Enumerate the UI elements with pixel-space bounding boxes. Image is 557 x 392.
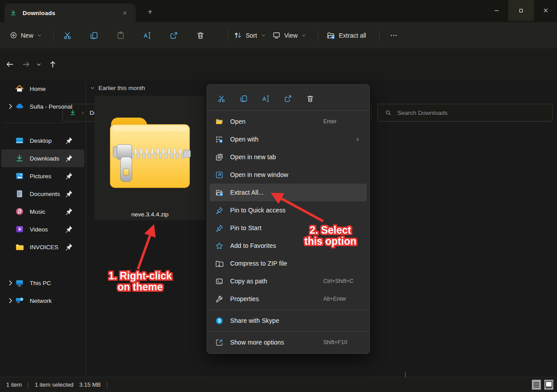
extract-label: Extract all (339, 32, 366, 39)
context-menu-item[interactable]: Open in new window (210, 166, 367, 184)
extract-all-button[interactable]: Extract all (326, 22, 366, 48)
context-menu-item[interactable]: Extract All... (210, 184, 367, 201)
sidebar-item[interactable]: Videos (1, 220, 84, 238)
shortcut-hint: Enter (323, 118, 337, 125)
context-menu-item[interactable]: Open Enter (210, 113, 367, 130)
sidebar-item-icon (15, 172, 24, 180)
context-menu-item[interactable]: Pin to Start (210, 219, 367, 237)
view-button[interactable]: View (272, 22, 306, 48)
quick-action-button[interactable] (235, 91, 251, 106)
see-more-button[interactable] (384, 26, 403, 45)
sidebar-divider (4, 123, 81, 123)
sidebar-item[interactable]: Desktop (1, 132, 84, 149)
quick-action-icon (217, 94, 226, 103)
new-label: New (21, 32, 33, 39)
item-count: 1 item (6, 381, 22, 388)
sidebar-item[interactable]: Sufia - Personal (1, 98, 84, 115)
share-button[interactable] (165, 26, 183, 45)
sidebar-item-icon (15, 207, 24, 216)
context-menu-item[interactable]: Share with Skype (210, 312, 367, 329)
sort-label: Sort (246, 32, 257, 39)
back-button[interactable] (5, 60, 14, 69)
pin-icon (64, 225, 73, 234)
expand-chevron-icon[interactable] (6, 296, 15, 305)
rename-icon (143, 31, 152, 40)
scrollbar[interactable] (405, 372, 406, 377)
group-header[interactable]: Earlier this month (90, 85, 145, 91)
expand-chevron-icon[interactable] (6, 102, 15, 111)
file-item-zip[interactable]: neve.3.4.4.zip (94, 96, 205, 220)
submenu-chevron-icon (355, 137, 361, 142)
tab-title: Downloads (23, 10, 119, 16)
pin-icon (64, 207, 73, 216)
rename-button[interactable] (138, 26, 157, 45)
paste-icon (116, 31, 125, 40)
up-button[interactable] (48, 60, 57, 69)
recent-locations-chevron[interactable] (35, 61, 42, 68)
sidebar-item-icon (15, 296, 24, 305)
sidebar-item[interactable]: INVOICES (1, 238, 84, 256)
sidebar-item[interactable]: Pictures (1, 167, 84, 185)
menu-item-icon (215, 242, 224, 250)
titlebar: Downloads (0, 0, 557, 22)
menu-item-icon (215, 135, 224, 144)
context-menu-item[interactable]: Properties Alt+Enter (210, 290, 367, 308)
quick-action-button[interactable] (258, 91, 274, 106)
minimize-button[interactable] (485, 0, 508, 21)
thumbnail-view-toggle[interactable] (544, 380, 553, 390)
sidebar-item[interactable]: Music (1, 203, 84, 220)
paste-button[interactable] (111, 26, 130, 45)
download-icon (10, 9, 17, 16)
menu-item-icon (215, 153, 224, 161)
context-menu-item[interactable]: Add to Favorites (210, 237, 367, 255)
tab-downloads[interactable]: Downloads (4, 4, 136, 22)
share-icon (169, 31, 178, 40)
sort-icon (234, 31, 242, 39)
address-row: Downloads (0, 48, 557, 80)
context-menu-item[interactable]: Compress to ZIP file (210, 255, 367, 272)
menu-divider (207, 110, 369, 111)
scissors-icon (63, 31, 72, 40)
context-menu-item[interactable]: Show more options Shift+F10 (210, 333, 367, 351)
sidebar-item[interactable]: This PC (1, 274, 84, 292)
extract-icon (326, 31, 335, 40)
menu-item-icon (215, 188, 224, 197)
menu-item-icon (215, 338, 224, 347)
sidebar-item-icon (15, 154, 24, 163)
context-menu-item[interactable]: Pin to Quick access (210, 201, 367, 219)
menu-item-icon (215, 171, 224, 179)
context-menu-item[interactable]: Open with (210, 130, 367, 148)
plus-circle-icon (10, 31, 17, 39)
sort-button[interactable]: Sort (234, 22, 266, 48)
quick-action-icon (239, 94, 248, 103)
pin-icon (64, 189, 73, 198)
close-button[interactable] (534, 0, 557, 21)
menu-divider (207, 331, 369, 332)
collapse-chevron-icon[interactable] (90, 85, 95, 91)
forward-button[interactable] (22, 60, 31, 69)
new-tab-button[interactable] (145, 6, 155, 17)
maximize-button[interactable] (508, 0, 534, 21)
tab-close-button[interactable] (119, 7, 130, 19)
quick-action-button[interactable] (302, 91, 318, 106)
expand-chevron-icon[interactable] (6, 278, 15, 287)
copy-icon (90, 31, 98, 40)
context-menu-item[interactable]: Copy as path Ctrl+Shift+C (210, 272, 367, 290)
sidebar-item[interactable]: Network (1, 292, 84, 310)
menu-item-icon (215, 206, 224, 215)
quick-action-button[interactable] (280, 91, 296, 106)
quick-action-button[interactable] (213, 91, 229, 106)
delete-button[interactable] (191, 26, 210, 45)
sidebar-item[interactable]: Downloads (1, 149, 84, 167)
new-button[interactable]: New (10, 22, 42, 48)
cut-button[interactable] (58, 26, 77, 45)
details-view-toggle[interactable] (532, 380, 541, 390)
shortcut-hint: Ctrl+Shift+C (323, 278, 353, 284)
view-label: View (284, 32, 298, 39)
copy-button[interactable] (85, 26, 103, 45)
selection-size: 3.15 MB (79, 381, 101, 388)
sidebar-item[interactable]: Home (1, 80, 84, 98)
chevron-down-icon (37, 33, 42, 38)
sidebar-item[interactable]: Documents (1, 185, 84, 203)
context-menu-item[interactable]: Open in new tab (210, 148, 367, 166)
